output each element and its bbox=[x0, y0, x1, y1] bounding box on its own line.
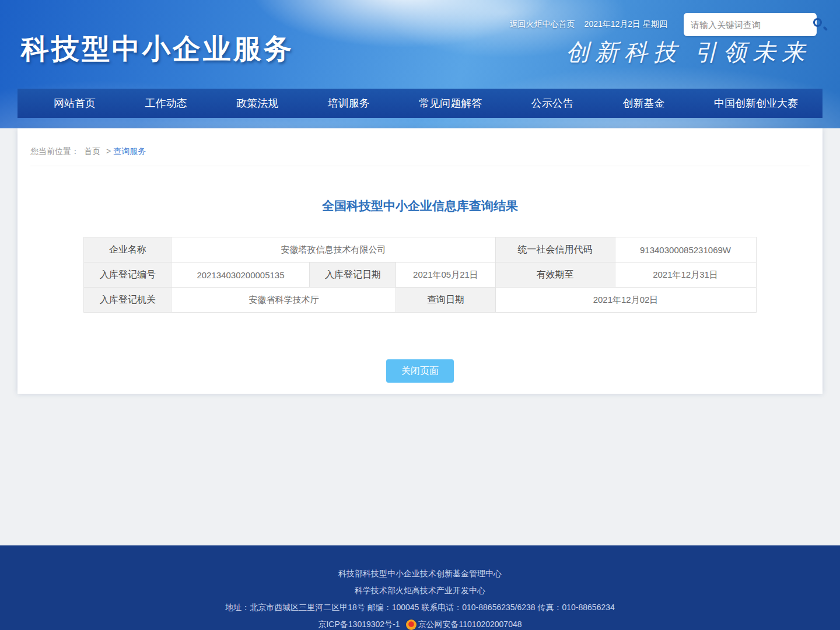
company-name-label: 企业名称 bbox=[84, 237, 172, 262]
breadcrumb-separator: > bbox=[106, 146, 111, 156]
site-header: 科技型中小企业服务 创新科技 引领未来 返回火炬中心首页 2021年12月2日 … bbox=[0, 0, 840, 128]
search-icon-handle bbox=[823, 26, 828, 31]
reg-authority-value: 安徽省科学技术厅 bbox=[172, 288, 396, 313]
reg-authority-label: 入库登记机关 bbox=[84, 288, 172, 313]
search-button[interactable] bbox=[809, 13, 817, 36]
query-date-label: 查询日期 bbox=[396, 288, 495, 313]
footer-contact-line: 地址：北京市西城区三里河二区甲18号 邮编：100045 联系电话：010-88… bbox=[225, 599, 615, 616]
query-result-table: 企业名称 安徽塔孜信息技术有限公司 统一社会信用代码 9134030008523… bbox=[83, 237, 756, 313]
valid-until-label: 有效期至 bbox=[495, 262, 615, 288]
public-security-badge-icon bbox=[406, 620, 416, 630]
reg-date-label: 入库登记日期 bbox=[310, 262, 396, 288]
nav-item-work-news[interactable]: 工作动态 bbox=[145, 96, 187, 110]
search-icon bbox=[813, 18, 822, 27]
table-row: 入库登记编号 202134030200005135 入库登记日期 2021年05… bbox=[84, 262, 756, 288]
nav-item-announcements[interactable]: 公示公告 bbox=[531, 96, 573, 110]
table-row: 入库登记机关 安徽省科学技术厅 查询日期 2021年12月02日 bbox=[84, 288, 756, 313]
nav-item-home[interactable]: 网站首页 bbox=[54, 96, 96, 110]
site-slogan: 创新科技 引领未来 bbox=[566, 36, 811, 68]
nav-item-innovation-fund[interactable]: 创新基金 bbox=[622, 96, 664, 110]
valid-until-value: 2021年12月31日 bbox=[615, 262, 756, 288]
search-box bbox=[684, 13, 817, 36]
table-row: 企业名称 安徽塔孜信息技术有限公司 统一社会信用代码 9134030008523… bbox=[84, 237, 756, 262]
reg-number-value: 202134030200005135 bbox=[172, 262, 310, 288]
credit-code-value: 91340300085231069W bbox=[615, 237, 756, 262]
site-footer: 科技部科技型中小企业技术创新基金管理中心 科学技术部火炬高技术产业开发中心 地址… bbox=[0, 545, 840, 630]
torch-center-home-link[interactable]: 返回火炬中心首页 bbox=[510, 19, 575, 30]
breadcrumb: 您当前位置：首页>查询服务 bbox=[18, 128, 822, 157]
search-input[interactable] bbox=[684, 20, 809, 30]
header-topbar: 返回火炬中心首页 2021年12月2日 星期四 bbox=[510, 13, 817, 36]
credit-code-label: 统一社会信用代码 bbox=[495, 237, 615, 262]
site-logo: 科技型中小企业服务 bbox=[21, 30, 294, 68]
breadcrumb-divider bbox=[30, 166, 810, 166]
close-page-button[interactable]: 关闭页面 bbox=[386, 359, 454, 383]
page-title: 全国科技型中小企业信息库查询结果 bbox=[18, 198, 822, 214]
footer-legal-line: 京ICP备13019302号-1 京公网安备11010202007048 bbox=[318, 616, 522, 630]
breadcrumb-home-link[interactable]: 首页 bbox=[84, 146, 100, 156]
breadcrumb-current-link[interactable]: 查询服务 bbox=[113, 146, 146, 156]
main-navbar: 网站首页 工作动态 政策法规 培训服务 常见问题解答 公示公告 创新基金 中国创… bbox=[18, 89, 822, 118]
reg-date-value: 2021年05月21日 bbox=[396, 262, 495, 288]
nav-item-training[interactable]: 培训服务 bbox=[328, 96, 370, 110]
query-date-value: 2021年12月02日 bbox=[495, 288, 756, 313]
nav-item-competition[interactable]: 中国创新创业大赛 bbox=[714, 96, 798, 110]
reg-number-label: 入库登记编号 bbox=[84, 262, 172, 288]
icp-license-link[interactable]: 京ICP备13019302号-1 bbox=[318, 616, 400, 630]
content-card: 您当前位置：首页>查询服务 全国科技型中小企业信息库查询结果 企业名称 安徽塔孜… bbox=[18, 128, 822, 394]
public-security-link[interactable]: 京公网安备11010202007048 bbox=[418, 616, 522, 630]
nav-item-faq[interactable]: 常见问题解答 bbox=[419, 96, 482, 110]
lower-spacer bbox=[0, 394, 840, 545]
current-date: 2021年12月2日 星期四 bbox=[584, 19, 667, 30]
footer-org-line-2: 科学技术部火炬高技术产业开发中心 bbox=[355, 582, 485, 599]
breadcrumb-prefix: 您当前位置： bbox=[30, 146, 79, 156]
company-name-value: 安徽塔孜信息技术有限公司 bbox=[172, 237, 495, 262]
footer-org-line-1: 科技部科技型中小企业技术创新基金管理中心 bbox=[338, 565, 502, 582]
nav-item-policies[interactable]: 政策法规 bbox=[236, 96, 278, 110]
